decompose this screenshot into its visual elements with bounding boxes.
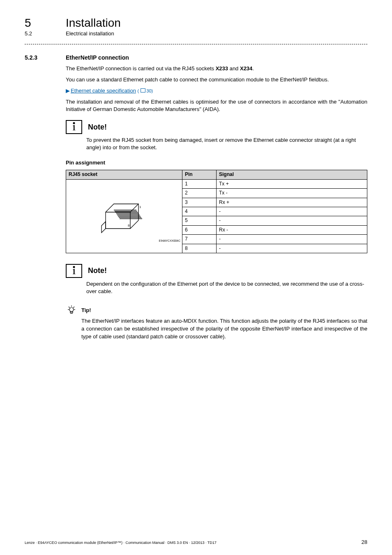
note-block-1: 1 Note! To prevent the RJ45 socket from … [66,120,367,151]
pin-cell: 6 [182,225,217,234]
rj45-socket-icon: 1 8 [93,190,155,243]
tip-text: The EtherNet/IP interfaces feature an au… [81,317,367,341]
tip-block: Tip! The EtherNet/IP interfaces feature … [66,304,367,341]
pin-table: RJ45 socket Pin Signal [66,170,367,253]
para1-mid: and [228,65,240,72]
pin-cell: 8 [182,244,217,253]
page-footer: Lenze · E94AYCEO communication module (E… [25,539,367,545]
body-text: The EtherNet/IP connection is carried ou… [66,65,367,113]
svg-line-16 [74,307,75,308]
ethernet-spec-link[interactable]: Ethernet cable specification [71,88,136,94]
para1-post: . [252,65,254,72]
signal-cell: - [217,235,367,244]
rj45-socket-cell: 1 8 E94AYCXX004C [66,179,182,253]
svg-point-10 [69,308,74,312]
footer-text: Lenze · E94AYCEO communication module (E… [25,541,217,545]
note-block-2: 1 Note! Dependent on the configuration o… [66,264,367,295]
col-signal: Signal [217,170,367,179]
pin-assignment-heading: Pin assignment [66,159,367,167]
section-number: 5.2 [25,30,49,37]
info-icon: 1 [66,264,82,278]
link-page-ref: (30) [138,88,153,93]
note-text-2: Dependent on the configuration of the Et… [86,280,367,295]
subsection-title: EtherNet/IP connection [66,54,129,61]
divider [25,44,367,44]
info-icon: 1 [66,120,82,134]
page-number: 28 [362,539,367,545]
pin-cell: 5 [182,216,217,225]
pin-assignment-block: Pin assignment RJ45 socket Pin Signal [66,159,367,253]
lightbulb-icon [66,304,77,316]
para3: The installation and removal of the Ethe… [66,98,367,114]
page-icon [141,88,145,92]
pin-cell: 3 [182,198,217,207]
note-label-1: Note! [88,123,107,132]
signal-cell: Rx + [217,198,367,207]
link-page-number: 30 [146,88,151,93]
svg-line-15 [69,307,70,308]
svg-text:8: 8 [128,224,130,227]
signal-cell: - [217,216,367,225]
para1-b2: X234 [240,65,252,72]
pin-cell: 4 [182,207,217,216]
link-arrow-icon: ▶ [66,88,70,94]
signal-cell: Tx - [217,189,367,198]
pin-cell: 1 [182,179,217,188]
para1-b1: X233 [216,65,228,72]
signal-cell: Rx - [217,225,367,234]
chapter-title: Installation [66,16,121,30]
pin-cell: 7 [182,235,217,244]
section-title: Electrical installation [66,30,114,37]
note-text-1: To prevent the RJ45 socket from being da… [86,136,367,151]
svg-text:1: 1 [139,205,141,209]
signal-cell: - [217,244,367,253]
socket-part-label: E94AYCXX004C [159,239,180,243]
pin-cell: 2 [182,189,217,198]
col-rj45: RJ45 socket [66,170,182,179]
para1-pre: The EtherNet/IP connection is carried ou… [66,65,216,72]
note-label-2: Note! [88,266,107,275]
tip-label: Tip! [81,307,91,313]
subsection-number: 5.2.3 [25,54,49,61]
signal-cell: Tx + [217,179,367,188]
col-pin: Pin [182,170,217,179]
signal-cell: - [217,207,367,216]
chapter-number: 5 [25,16,49,30]
para2: You can use a standard Ethernet patch ca… [66,76,367,84]
